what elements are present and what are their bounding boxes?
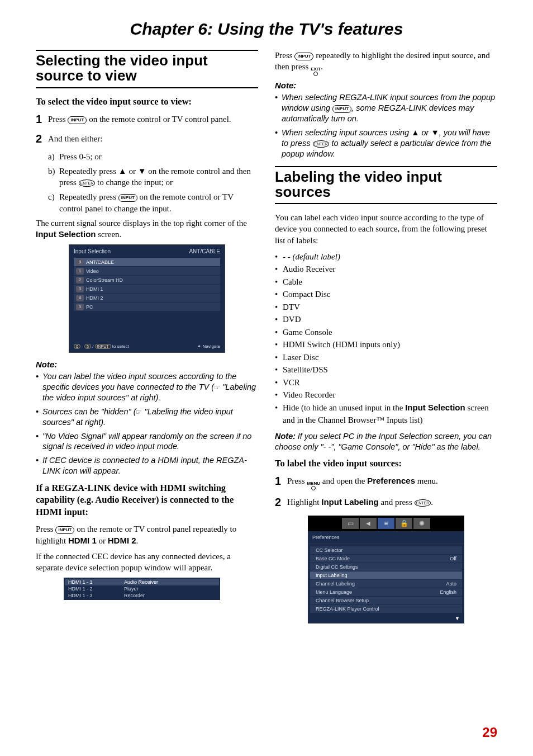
hdmi-popup: HDMI 1 - 1Audio Receiver HDMI 1 - 2Playe… — [64, 578, 220, 600]
preferences-osd: ▭ ◄ ≡ 🔒 ✺ Preferences CC Selector Base C… — [308, 516, 464, 623]
osd-row: 2ColorStream HD — [74, 276, 220, 284]
input-button-icon: INPUT — [294, 53, 313, 60]
pc-note: Note: If you select PC in the Input Sele… — [275, 431, 497, 452]
note-label: Note: — [275, 81, 497, 90]
chevron-down-icon: ▼ — [308, 616, 464, 623]
input-button-icon: INPUT — [55, 526, 74, 534]
step-text: And then either: — [48, 131, 258, 147]
input-button-icon: INPUT — [118, 194, 137, 202]
step-number: 2 — [275, 495, 287, 510]
note-item: • You can label the video input sources … — [36, 371, 258, 403]
enter-button-icon: ENTER — [415, 499, 431, 507]
step-2: 2 And then either: — [36, 131, 258, 147]
substep-a: a) Press 0-5; or — [48, 151, 258, 162]
note-label: Note: — [36, 360, 258, 369]
intro-text: You can label each video input source ac… — [275, 212, 497, 246]
step-text: Press — [48, 115, 66, 124]
step-number: 1 — [275, 474, 287, 490]
step-number: 1 — [36, 112, 48, 127]
step-text: on the remote control or TV control pane… — [89, 115, 231, 124]
left-column: Selecting the video input source to view… — [36, 50, 258, 623]
substep-c: c) Repeatedly press INPUT on the remote … — [48, 191, 258, 214]
note-item: • "No Video Signal" will appear randomly… — [36, 431, 258, 452]
input-button-icon: INPUT — [332, 105, 351, 113]
body-text: The current signal source displays in th… — [36, 218, 258, 240]
note-item: • When selecting REGZA-LINK input source… — [275, 92, 497, 124]
osd-current: ANT/CABLE — [189, 248, 220, 254]
chapter-title: Chapter 6: Using the TV's features — [36, 20, 497, 39]
step-2: 2 Highlight Input Labeling and press ENT… — [275, 495, 497, 510]
osd-title: Input Selection — [74, 248, 111, 254]
osd-row: 1Video — [74, 267, 220, 275]
gear-icon: ✺ — [413, 518, 430, 529]
prefs-title: Preferences — [308, 531, 464, 544]
step-number: 2 — [36, 131, 48, 147]
lock-icon: 🔒 — [396, 518, 412, 529]
menu-button-icon: MENU — [307, 481, 320, 490]
exit-button-icon: EXIT — [311, 67, 321, 76]
osd-row: 0ANT/CABLE — [74, 258, 220, 266]
note-item: • When selecting input sources using ▲ o… — [275, 127, 497, 159]
substep-b: b) Repeatedly press ▲ or ▼ on the remote… — [48, 166, 258, 188]
input-selection-osd: Input Selection ANT/CABLE 0ANT/CABLE 1Vi… — [69, 244, 225, 353]
tab-icon: ≡ — [378, 518, 394, 529]
section-heading-select-input: Selecting the video input source to view — [36, 50, 258, 88]
procedure-heading: To label the video input sources: — [275, 458, 497, 469]
osd-row: 4HDMI 2 — [74, 294, 220, 302]
enter-button-icon: ENTER — [79, 179, 96, 187]
step-1: 1 Press MENU and open the Preferences me… — [275, 474, 497, 490]
tab-icon: ◄ — [360, 518, 377, 529]
osd-row: 3HDMI 1 — [74, 285, 220, 293]
note-item: • If CEC device is connected to a HDMI i… — [36, 455, 258, 476]
page-number: 29 — [482, 725, 497, 740]
label-list: •- - (default label) •Audio Receiver •Ca… — [275, 251, 497, 427]
input-button-icon: INPUT — [68, 116, 87, 124]
procedure-heading: To select the video input source to view… — [36, 96, 258, 107]
body-text: Press INPUT repeatedly to highlight the … — [275, 50, 497, 76]
regza-heading: If a REGZA-LINK device with HDMI switchi… — [36, 482, 258, 518]
body-text: If the connected CEC device has any conn… — [36, 551, 258, 574]
section-heading-labeling: Labeling the video input sources — [275, 166, 497, 205]
right-column: Press INPUT repeatedly to highlight the … — [275, 50, 497, 623]
step-1: 1 Press INPUT on the remote control or T… — [36, 112, 258, 127]
note-item: • Sources can be "hidden" (☞ "Labeling t… — [36, 407, 258, 428]
tab-icon: ▭ — [342, 518, 359, 529]
enter-button-icon: ENTER — [313, 140, 330, 148]
osd-row: 5PC — [74, 303, 220, 311]
body-text: Press INPUT on the remote or TV control … — [36, 523, 258, 546]
